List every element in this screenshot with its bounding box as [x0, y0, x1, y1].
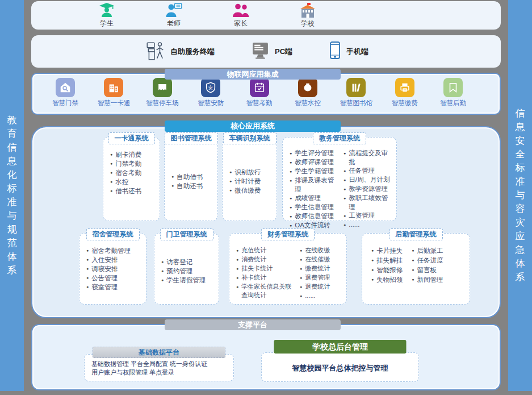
feature-item-label: 教师信息管理 — [295, 212, 334, 221]
feature-item: ●失物招领 — [370, 275, 403, 285]
pillar-char: 信 — [516, 107, 525, 120]
feature-item: ●后勤派工 — [410, 246, 443, 256]
feature-item-label: 教职工绩效管理 — [349, 194, 394, 211]
feature-item: ●挂失解挂 — [370, 256, 403, 265]
feature-list: ●自助借书●自助还书 — [170, 172, 203, 190]
base-platform-line1: 基础数据管理 平台全局配置 统一身份认证 — [91, 360, 231, 368]
system-card-title: 财务管理系统 — [261, 228, 315, 240]
pillar-char: 育 — [7, 127, 17, 141]
feature-item: ●宿舍考勤管理 — [85, 246, 131, 255]
feature-item: ●学生信息管理 — [288, 203, 340, 212]
feature-item-label: 借书还书 — [115, 186, 141, 196]
svg-text:安: 安 — [208, 85, 213, 90]
iot-item-label: 智慧后勤 — [440, 99, 466, 107]
iot-item-label: 智慧停车场 — [146, 99, 179, 107]
bullet-icon: ● — [371, 256, 374, 265]
bullet-icon: ● — [344, 211, 346, 221]
feature-item: ●学生学籍管理 — [288, 167, 340, 176]
core-section: 一卡通系统●刷卡消费●门禁考勤●宿舍考勤●水控●借书还书 图书管理系统●自助借书… — [31, 126, 501, 318]
pillar-char: 教 — [7, 114, 17, 127]
feature-item: ●流程提交及审批 — [342, 149, 394, 167]
system-card-title: 一卡通系统 — [108, 132, 155, 144]
feature-item: ●调寝安排 — [85, 264, 131, 273]
bullet-icon: ● — [161, 257, 164, 267]
bullet-icon: ● — [236, 273, 238, 282]
feature-item: ●工资管理 — [342, 211, 394, 221]
pillar-char: 急 — [516, 243, 525, 257]
feature-list: ●刷卡消费●门禁考勤●宿舍考勤●水控●借书还书 — [109, 150, 141, 196]
feature-item-label: 预约管理 — [166, 267, 192, 276]
feature-item-label: 调寝安排 — [91, 264, 118, 273]
bullet-icon: ● — [110, 168, 112, 177]
feature-item: ●入住安排 — [85, 255, 131, 264]
iot-item: 智慧停车场 — [141, 78, 184, 114]
feature-item-label: 补卡统计 — [241, 273, 266, 282]
feature-item-label: 日/周、月计划 — [349, 176, 389, 185]
bullet-icon: ● — [236, 246, 238, 255]
core-section-title: 核心应用系统 — [165, 120, 341, 132]
iot-item: 智慧图书馆 — [334, 78, 378, 114]
feature-item: ●卡片挂失 — [370, 246, 403, 256]
feature-item-label: 访客登记 — [166, 257, 192, 267]
feature-item: ●缴费统计 — [299, 264, 330, 273]
feature-item-label: 公告管理 — [91, 273, 118, 282]
bullet-icon: ● — [371, 275, 374, 285]
bullet-icon: ● — [229, 177, 232, 186]
library-icon — [346, 78, 366, 97]
bullet-icon: ● — [171, 172, 174, 181]
bullet-icon: ● — [344, 185, 346, 194]
pillar-char: 与 — [7, 209, 17, 223]
feature-item: ●教学资源管理 — [342, 185, 394, 194]
feature-item-label: 流程提交及审批 — [349, 149, 394, 167]
system-card-body: ●识别放行●计时计费●微信缴费 — [223, 138, 277, 223]
bullet-icon: ● — [300, 264, 302, 273]
terminal-label: 手机端 — [346, 47, 368, 57]
pillar-char: 标 — [7, 182, 17, 196]
bullet-icon: ● — [110, 177, 112, 186]
feature-list: ●在线收缴●在线催缴●缴费统计●退费管理●退费统计●...... — [299, 246, 330, 301]
bullet-icon: ● — [300, 292, 302, 301]
feature-item-label: 卡片挂失 — [376, 246, 403, 256]
kiosk-icon — [145, 40, 165, 63]
bullet-icon: ● — [229, 168, 232, 177]
school-admin-body: 智慧校园平台总体把控与管理 — [262, 353, 418, 382]
feature-item: ●退费统计 — [299, 282, 330, 292]
system-card-body: ●刷卡消费●门禁考勤●宿舍考勤●水控●借书还书 — [103, 138, 160, 196]
support-section-title: 支撑平台 — [165, 319, 341, 330]
bullet-icon: ● — [110, 159, 112, 168]
system-card-title: 后勤管理系统 — [389, 228, 443, 240]
feature-item-label: 工资管理 — [349, 211, 375, 221]
user-role-label: 家长 — [234, 19, 248, 28]
iot-item: 智慧后勤 — [432, 78, 475, 114]
pillar-char: 信 — [7, 141, 17, 155]
feature-item: ●教师评课管理 — [288, 158, 340, 167]
school-admin-card: 学校总后台管理 智慧校园平台总体把控与管理 — [261, 352, 419, 382]
pillar-char: 体 — [7, 250, 17, 264]
feature-item: ●留言板 — [410, 265, 443, 275]
pillar-char: 全 — [516, 148, 525, 161]
bullet-icon: ● — [86, 255, 89, 264]
bullet-icon: ● — [412, 265, 414, 275]
bullet-icon: ● — [290, 212, 292, 221]
bullet-icon: ● — [290, 149, 292, 158]
feature-item: ●学生评分管理 — [288, 149, 340, 158]
feature-item-label: 退费统计 — [305, 282, 330, 292]
base-data-platform-title: 基础数据平台 — [93, 347, 225, 358]
phone-icon — [329, 41, 341, 62]
feature-item-label: 任务进度 — [417, 256, 443, 265]
system-card-vehicle: 车辆识别系统●识别放行●计时计费●微信缴费 — [222, 137, 277, 221]
smart-campus-architecture-diagram: 教育信息化标准与规范体系 信息安全标准与容灾应急体系 学生 老师 家长 学校 自… — [0, 0, 532, 395]
iot-item: 安 智慧安防 — [189, 78, 232, 114]
feature-item-label: 退费管理 — [305, 273, 330, 282]
feature-item: ●刷卡消费 — [109, 150, 141, 159]
user-role-item: 家长 — [222, 2, 259, 28]
feature-item-label: 后勤派工 — [417, 246, 443, 256]
bullet-icon: ● — [344, 149, 346, 167]
user-role-label: 老师 — [167, 19, 181, 28]
bullet-icon: ● — [300, 273, 302, 282]
base-data-platform-card: 基础数据平台 基础数据管理 平台全局配置 统一身份认证 用户账户与权限管理 单点… — [84, 354, 234, 381]
support-section: 基础数据平台 基础数据管理 平台全局配置 统一身份认证 用户账户与权限管理 单点… — [31, 324, 501, 390]
bullet-icon: ● — [290, 203, 292, 212]
user-role-item: 学校 — [289, 2, 326, 28]
iot-item-label: 智慧一卡通 — [98, 99, 131, 107]
